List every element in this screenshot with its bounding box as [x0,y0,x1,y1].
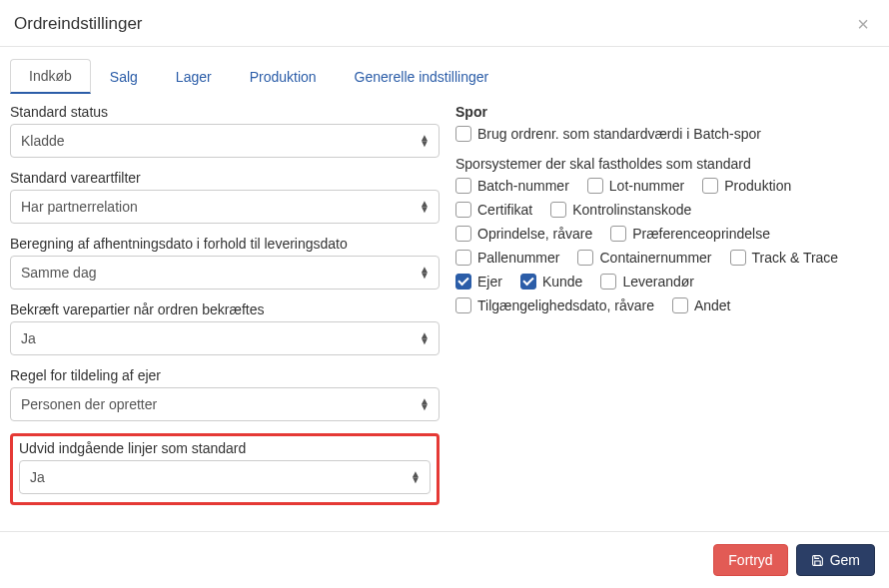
modal-body: Indkøb Salg Lager Produktion Generelle i… [0,47,889,531]
label-inspection-code[interactable]: Kontrolinstanskode [572,202,691,218]
label-expand-inbound: Udvid indgående linjer som standard [19,440,431,456]
checkbox-lot[interactable] [587,178,603,194]
label-pref-origin[interactable]: Præferenceoprindelse [632,226,770,242]
checkbox-inspection-code[interactable] [550,202,566,218]
label-production[interactable]: Produktion [724,178,791,194]
tab-lager[interactable]: Lager [157,59,231,94]
cancel-button[interactable]: Fortryd [713,544,787,576]
modal-title: Ordreindstillinger [14,14,143,34]
label-availability-raw[interactable]: Tilgængelighedsdato, råvare [477,297,654,313]
left-column: Standard status Kladde ▲▼ Standard varea… [10,104,440,505]
checkbox-other[interactable] [672,297,688,313]
label-owner-rule: Regel for tildeling af ejer [10,367,440,383]
select-confirm-lots[interactable]: Ja [10,321,440,355]
label-container[interactable]: Containernummer [599,250,711,266]
save-button-label: Gem [830,552,860,568]
tab-produktion[interactable]: Produktion [231,59,336,94]
save-button[interactable]: Gem [796,544,875,576]
select-pickup-calc[interactable]: Samme dag [10,256,440,290]
checkbox-pallet[interactable] [455,250,471,266]
checkbox-availability-raw[interactable] [455,297,471,313]
modal-header: Ordreindstillinger × [0,0,889,47]
tracking-checkbox-group: Batch-nummer Lot-nummer Produktion Certi… [455,178,879,313]
tracking-systems-title: Sporsystemer der skal fastholdes som sta… [455,156,879,172]
label-standard-status: Standard status [10,104,440,120]
select-expand-inbound[interactable]: Ja [19,460,431,494]
checkbox-batch[interactable] [455,178,471,194]
tab-salg[interactable]: Salg [91,59,157,94]
tabs: Indkøb Salg Lager Produktion Generelle i… [10,59,879,94]
checkbox-owner[interactable] [455,274,471,290]
label-certificate[interactable]: Certifikat [477,202,532,218]
spor-title: Spor [455,104,879,120]
tab-indkob[interactable]: Indkøb [10,59,91,94]
order-settings-modal: Ordreindstillinger × Indkøb Salg Lager P… [0,0,889,588]
highlight-expand-inbound: Udvid indgående linjer som standard Ja ▲… [10,433,440,505]
checkbox-production[interactable] [702,178,718,194]
checkbox-pref-origin[interactable] [610,226,626,242]
label-use-orderno-default[interactable]: Brug ordrenr. som standardværdi i Batch-… [477,126,761,142]
modal-footer: Fortryd Gem [0,531,889,588]
checkbox-use-orderno-default[interactable] [455,126,471,142]
label-pallet[interactable]: Pallenummer [477,250,559,266]
select-standard-status[interactable]: Kladde [10,124,440,158]
checkbox-customer[interactable] [520,274,536,290]
label-pickup-calc: Beregning af afhentningsdato i forhold t… [10,236,440,252]
right-column: Spor Brug ordrenr. som standardværdi i B… [455,104,879,505]
checkbox-container[interactable] [577,250,593,266]
checkbox-supplier[interactable] [600,274,616,290]
label-owner[interactable]: Ejer [477,274,502,290]
close-button[interactable]: × [855,14,871,34]
label-item-filter: Standard vareartfilter [10,170,440,186]
label-origin-raw[interactable]: Oprindelse, råvare [477,226,592,242]
checkbox-track-trace[interactable] [730,250,746,266]
label-confirm-lots: Bekræft varepartier når ordren bekræftes [10,301,440,317]
label-supplier[interactable]: Leverandør [622,274,694,290]
label-batch[interactable]: Batch-nummer [477,178,569,194]
label-lot[interactable]: Lot-nummer [609,178,684,194]
checkbox-origin-raw[interactable] [455,226,471,242]
tab-generelle[interactable]: Generelle indstillinger [336,59,508,94]
save-icon [811,554,824,567]
checkbox-certificate[interactable] [455,202,471,218]
label-track-trace[interactable]: Track & Trace [752,250,839,266]
select-owner-rule[interactable]: Personen der opretter [10,387,440,421]
label-other[interactable]: Andet [694,297,731,313]
select-item-filter[interactable]: Har partnerrelation [10,190,440,224]
label-customer[interactable]: Kunde [542,274,582,290]
